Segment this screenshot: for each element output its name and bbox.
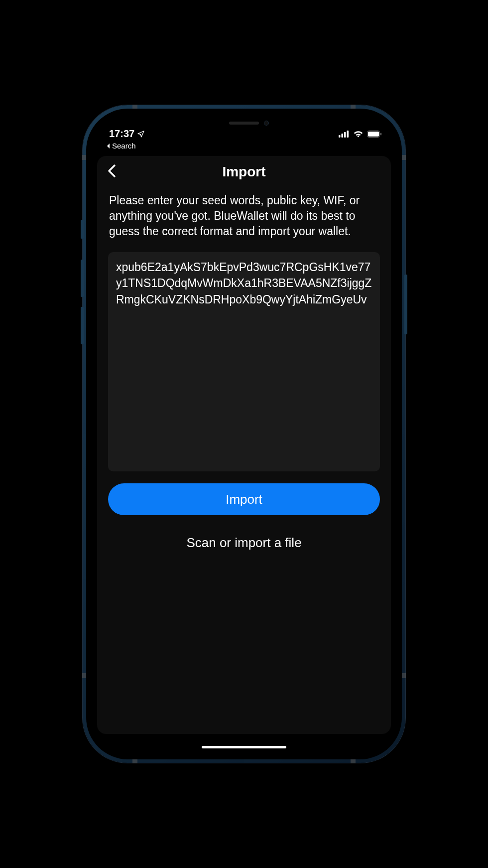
svg-rect-2 xyxy=(344,132,346,138)
breadcrumb-label: Search xyxy=(112,142,136,150)
battery-icon xyxy=(367,131,382,140)
import-button[interactable]: Import xyxy=(108,483,380,515)
speaker-grille xyxy=(229,122,259,125)
modal-title: Import xyxy=(97,164,391,180)
antenna-band xyxy=(402,673,406,678)
modal-header: Import xyxy=(97,156,391,188)
import-key-input[interactable]: xpub6E2a1yAkS7bkEpvPd3wuc7RCpGsHK1ve77y1… xyxy=(108,252,380,471)
power-button xyxy=(404,275,407,334)
volume-down-button xyxy=(81,307,84,344)
device-notch xyxy=(192,115,296,132)
antenna-band xyxy=(132,105,137,109)
caret-left-icon xyxy=(106,143,111,149)
antenna-band xyxy=(351,759,356,763)
svg-rect-6 xyxy=(380,133,381,135)
back-button[interactable] xyxy=(104,161,119,183)
chevron-left-icon xyxy=(107,164,116,178)
import-modal: Import Please enter your seed words, pub… xyxy=(97,156,391,734)
phone-screen: 17:37 xyxy=(92,115,396,753)
home-indicator[interactable] xyxy=(202,746,286,748)
location-icon xyxy=(137,130,145,138)
status-time: 17:37 xyxy=(109,128,134,140)
svg-rect-3 xyxy=(347,131,349,138)
svg-rect-1 xyxy=(342,134,344,138)
svg-rect-5 xyxy=(368,132,379,137)
antenna-band xyxy=(132,759,137,763)
antenna-band xyxy=(402,155,406,160)
volume-up-button xyxy=(81,260,84,297)
front-camera xyxy=(264,121,269,126)
antenna-band xyxy=(82,155,86,160)
antenna-band xyxy=(351,105,356,109)
svg-rect-0 xyxy=(339,135,341,138)
antenna-band xyxy=(82,673,86,678)
mute-switch xyxy=(81,220,84,239)
instructions-text: Please enter your seed words, public key… xyxy=(97,188,391,249)
phone-device-frame: 17:37 xyxy=(83,105,405,763)
cellular-signal-icon xyxy=(339,131,350,140)
scan-or-import-file-link[interactable]: Scan or import a file xyxy=(97,535,391,551)
wifi-icon xyxy=(353,130,364,140)
back-to-app-breadcrumb[interactable]: Search xyxy=(92,141,396,153)
